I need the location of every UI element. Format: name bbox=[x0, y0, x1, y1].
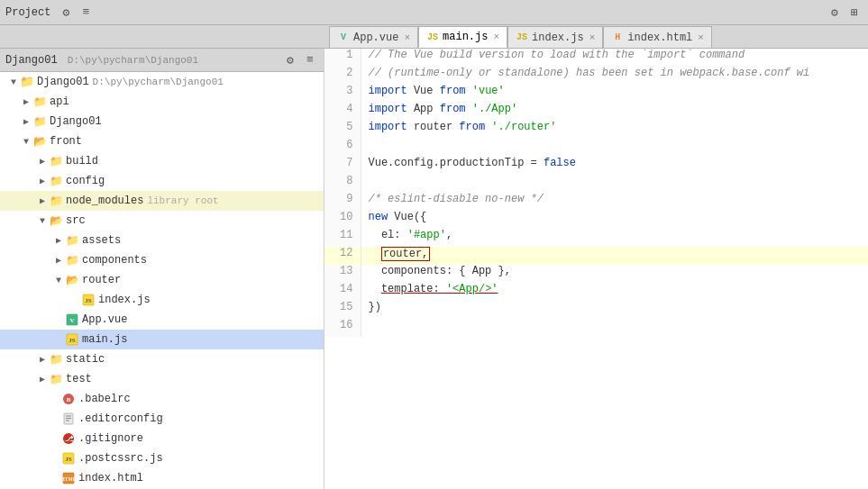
line-content-11[interactable]: el: '#app', bbox=[361, 229, 868, 247]
static-folder-icon: 📁 bbox=[49, 352, 63, 367]
router-index-js-icon: JS bbox=[81, 293, 96, 307]
tree-item-router-index[interactable]: JS index.js bbox=[0, 290, 324, 310]
tree-item-babelrc[interactable]: B .babelrc bbox=[0, 389, 324, 409]
tab-close-index-html[interactable]: × bbox=[698, 32, 704, 43]
tree-item-django01[interactable]: ▶ 📁 Django01 bbox=[0, 112, 324, 131]
tab-close-app-vue[interactable]: × bbox=[404, 32, 410, 43]
assets-label: assets bbox=[82, 234, 121, 247]
project-root-label: Django01 D:\py\pycharm\Django01 bbox=[5, 54, 198, 67]
tab-label: index.js bbox=[532, 32, 584, 44]
tree-item-test[interactable]: ▶ 📁 test bbox=[0, 369, 324, 389]
layout-icon[interactable]: ≡ bbox=[78, 5, 94, 21]
static-label: static bbox=[66, 353, 105, 366]
line-num-8: 8 bbox=[324, 175, 361, 193]
tab-app-vue[interactable]: V App.vue × bbox=[329, 26, 418, 48]
tree-item-build[interactable]: ▶ 📁 build bbox=[0, 151, 324, 171]
app-vue-file-label: App.vue bbox=[82, 313, 127, 326]
sidebar-layout-icon[interactable]: ≡ bbox=[302, 52, 318, 68]
line-content-6[interactable] bbox=[361, 139, 868, 157]
line-num-16: 16 bbox=[324, 319, 361, 337]
line-content-5[interactable]: import router from './router' bbox=[361, 121, 868, 139]
tree-item-api[interactable]: ▶ 📁 api bbox=[0, 92, 324, 112]
tree-item-main-js[interactable]: JS main.js bbox=[0, 330, 324, 349]
root-label: Django01 bbox=[37, 76, 89, 88]
line-content-16[interactable] bbox=[361, 319, 868, 337]
node-modules-label: node_modules bbox=[66, 195, 143, 207]
html-icon: H bbox=[611, 32, 624, 44]
django01-arrow: ▶ bbox=[20, 116, 32, 127]
tree-item-editorconfig[interactable]: .editorconfig bbox=[0, 409, 324, 429]
postcssrc-icon: JS bbox=[61, 451, 76, 466]
project-toolbar: Project ⚙ ≡ ⚙ ⊞ bbox=[0, 0, 868, 25]
index-html-file-label: index.html bbox=[78, 472, 143, 484]
code-line-8: 8 bbox=[324, 175, 868, 193]
tree-item-static[interactable]: ▶ 📁 static bbox=[0, 349, 324, 369]
line-content-3[interactable]: import Vue from 'vue' bbox=[361, 85, 868, 103]
line-content-4[interactable]: import App from './App' bbox=[361, 103, 868, 121]
sidebar-settings-icon[interactable]: ⚙ bbox=[282, 52, 298, 68]
code-line-1: 1 // The Vue build version to load with … bbox=[324, 49, 868, 67]
app-vue-icon: V bbox=[65, 312, 79, 327]
tab-label: index.html bbox=[627, 32, 692, 44]
api-label: api bbox=[50, 95, 69, 108]
code-line-13: 13 components: { App }, bbox=[324, 265, 868, 283]
src-folder-icon: 📂 bbox=[49, 213, 63, 228]
svg-text:JS: JS bbox=[65, 456, 72, 463]
line-content-10[interactable]: new Vue({ bbox=[361, 211, 868, 229]
tree-item-app-vue[interactable]: V App.vue bbox=[0, 310, 324, 330]
components-folder-icon: 📁 bbox=[65, 253, 79, 267]
tree-item-src[interactable]: ▼ 📂 src bbox=[0, 211, 324, 231]
gear-icon[interactable]: ⚙ bbox=[827, 5, 843, 21]
tree-item-assets[interactable]: ▶ 📁 assets bbox=[0, 231, 324, 250]
babelrc-label: .babelrc bbox=[78, 393, 131, 405]
assets-arrow: ▶ bbox=[52, 235, 65, 246]
line-content-9[interactable]: /* eslint-disable no-new */ bbox=[361, 193, 868, 211]
line-content-15[interactable]: }) bbox=[361, 301, 868, 319]
project-sidebar: Django01 D:\py\pycharm\Django01 ⚙ ≡ ▼ 📁 … bbox=[0, 49, 324, 489]
tab-main-js[interactable]: JS main.js × bbox=[418, 26, 507, 48]
src-arrow: ▼ bbox=[36, 216, 49, 226]
line-num-9: 9 bbox=[324, 193, 361, 211]
root-arrow: ▼ bbox=[7, 77, 20, 87]
svg-text:⎇: ⎇ bbox=[65, 435, 74, 443]
build-arrow: ▶ bbox=[36, 156, 49, 167]
tree-item-postcssrc[interactable]: JS .postcssrc.js bbox=[0, 448, 324, 468]
code-line-11: 11 el: '#app', bbox=[324, 229, 868, 247]
code-editor[interactable]: 1 // The Vue build version to load with … bbox=[324, 49, 868, 489]
tree-item-index-html[interactable]: HTML index.html bbox=[0, 468, 324, 488]
svg-text:HTML: HTML bbox=[62, 476, 75, 482]
tree-item-node-modules[interactable]: ▶ 📁 node_modules library root bbox=[0, 191, 324, 211]
settings-icon[interactable]: ⚙ bbox=[58, 5, 74, 21]
api-arrow: ▶ bbox=[20, 96, 32, 107]
line-content-1[interactable]: // The Vue build version to load with th… bbox=[361, 49, 868, 67]
line-num-11: 11 bbox=[324, 229, 361, 247]
tab-close-main-js[interactable]: × bbox=[493, 32, 499, 42]
tab-index-html[interactable]: H index.html × bbox=[603, 26, 712, 48]
tree-item-router[interactable]: ▼ 📂 router bbox=[0, 270, 324, 290]
line-content-2[interactable]: // (runtime-only or standalone) has been… bbox=[361, 67, 868, 85]
svg-text:B: B bbox=[67, 396, 71, 403]
components-label: components bbox=[82, 254, 147, 267]
tab-close-index-js[interactable]: × bbox=[589, 32, 596, 43]
tree-item-gitignore[interactable]: ⎇ .gitignore bbox=[0, 429, 324, 448]
line-content-14[interactable]: template: '<App/>' bbox=[361, 283, 868, 301]
index-html-icon: HTML bbox=[61, 471, 76, 485]
tree-item-front[interactable]: ▼ 📂 front bbox=[0, 131, 324, 151]
tree-item-config[interactable]: ▶ 📁 config bbox=[0, 171, 324, 191]
line-num-10: 10 bbox=[324, 211, 361, 229]
line-content-7[interactable]: Vue.config.productionTip = false bbox=[361, 157, 868, 175]
line-num-14: 14 bbox=[324, 283, 361, 301]
django01-folder-icon: 📁 bbox=[32, 114, 47, 129]
line-num-3: 3 bbox=[324, 85, 361, 103]
tree-root[interactable]: ▼ 📁 Django01 D:\py\pycharm\Django01 bbox=[0, 72, 324, 92]
line-content-13[interactable]: components: { App }, bbox=[361, 265, 868, 283]
tab-index-js[interactable]: JS index.js × bbox=[507, 26, 603, 48]
tree-item-components[interactable]: ▶ 📁 components bbox=[0, 250, 324, 270]
front-label: front bbox=[50, 135, 82, 148]
line-content-8[interactable] bbox=[361, 175, 868, 193]
project-label: Project bbox=[5, 6, 50, 19]
node-modules-folder-icon: 📁 bbox=[49, 194, 63, 208]
postcssrc-label: .postcssrc.js bbox=[78, 452, 163, 465]
line-content-12[interactable]: router, bbox=[361, 247, 868, 265]
expand-icon[interactable]: ⊞ bbox=[846, 5, 863, 21]
